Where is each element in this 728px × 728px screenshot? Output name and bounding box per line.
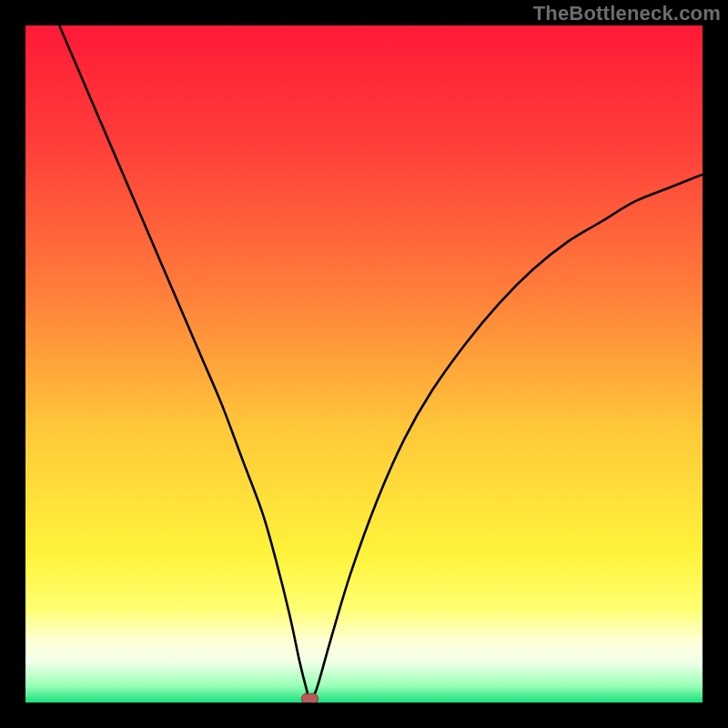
optimal-point-marker (301, 693, 318, 703)
plot-area (25, 25, 703, 703)
gradient-background (25, 25, 703, 703)
watermark-text: TheBottleneck.com (533, 2, 721, 25)
bottleneck-chart (25, 25, 703, 703)
chart-frame: TheBottleneck.com (0, 0, 728, 728)
